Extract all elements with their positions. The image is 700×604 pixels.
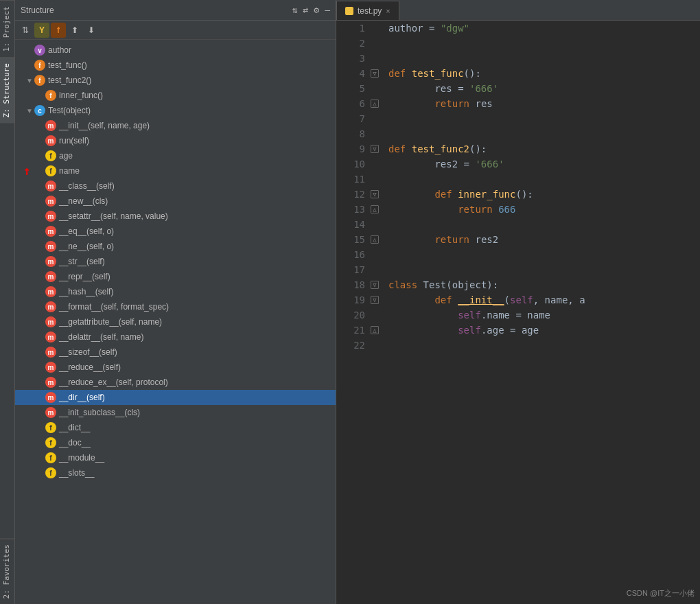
editor-content[interactable]: 1 2 3 4 5 6 7 8 9 10 11 12 13 14 15 16 1… <box>336 21 700 604</box>
down-button[interactable]: ⬇ <box>84 23 99 38</box>
fold-icon-15[interactable]: △ <box>371 235 379 244</box>
tree-arrow <box>37 318 45 326</box>
gear-icon[interactable]: ⚙ <box>314 5 319 15</box>
code-line-8 <box>388 126 700 141</box>
tree-item-sizeof[interactable]: m __sizeof__(self) <box>15 345 336 360</box>
tree-item-str[interactable]: m __str__(self) <box>15 254 336 269</box>
tree-arrow <box>37 137 45 145</box>
structure-tree[interactable]: v author f test_func() ▼ f test_func2() … <box>15 40 336 604</box>
kw-def-12: def <box>434 187 458 202</box>
tree-item-author[interactable]: v author <box>15 43 336 58</box>
tree-item-module[interactable]: f __module__ <box>15 450 336 465</box>
editor-panel: test.py × 1 2 3 4 5 6 7 8 9 10 11 12 13 … <box>336 0 700 604</box>
filter-button[interactable]: Y <box>34 23 49 38</box>
fold-icon-9[interactable]: ▽ <box>371 145 379 153</box>
gutter-21[interactable]: △ <box>371 323 383 338</box>
fold-icon-13[interactable]: △ <box>371 205 379 213</box>
gutter-13[interactable]: △ <box>371 202 383 217</box>
tree-item-ne[interactable]: m __ne__(self, o) <box>15 239 336 254</box>
tree-item-new[interactable]: m __new__(cls) <box>15 194 336 209</box>
gutter-12[interactable]: ▽ <box>371 187 383 202</box>
fold-icon-6[interactable]: △ <box>371 100 379 108</box>
fold-icon-4[interactable]: ▽ <box>371 69 379 78</box>
tree-item-age[interactable]: f age <box>15 148 336 163</box>
tree-item-dict[interactable]: f __dict__ <box>15 420 336 435</box>
sort-icon[interactable]: ⇅ <box>292 5 298 15</box>
tree-item-name[interactable]: f name <box>15 163 336 178</box>
sidebar-tab-favorites[interactable]: 2: Favorites <box>0 538 14 604</box>
tree-arrow <box>37 349 45 356</box>
tree-item-doc[interactable]: f __doc__ <box>15 435 336 450</box>
tree-item-test-func2[interactable]: ▼ f test_func2() <box>15 73 336 88</box>
line-num-10: 10 <box>336 156 371 172</box>
tree-item-getattribute[interactable]: m __getattribute__(self, name) <box>15 314 336 329</box>
tree-item-reduce[interactable]: m __reduce__(self) <box>15 360 336 375</box>
tree-icon-fi: f <box>45 422 56 433</box>
gutter-18[interactable]: ▽ <box>371 277 383 292</box>
tree-item-reduce-ex[interactable]: m __reduce_ex__(self, protocol) <box>15 375 336 390</box>
func-filter-button[interactable]: f <box>51 23 66 38</box>
minimize-icon[interactable]: — <box>325 5 330 15</box>
fold-icon-19[interactable]: ▽ <box>371 296 379 304</box>
kw-return-6: return <box>434 96 475 111</box>
tree-item-class[interactable]: m __class__(self) <box>15 178 336 194</box>
sidebar-tab-project[interactable]: 1: Project <box>0 0 14 57</box>
gutter-6[interactable]: △ <box>371 96 383 111</box>
tab-close-button[interactable]: × <box>386 7 390 15</box>
tree-icon-f: f <box>34 60 45 71</box>
tree-item-inner-func[interactable]: f inner_func() <box>15 88 336 103</box>
tree-item-setattr[interactable]: m __setattr__(self, name, value) <box>15 209 336 224</box>
gutter-19[interactable]: ▽ <box>371 292 383 307</box>
tree-label: __delattr__(self, name) <box>59 332 143 342</box>
line-num-11: 11 <box>336 172 371 187</box>
gutter-11 <box>371 172 383 187</box>
up-button[interactable]: ⬆ <box>67 23 82 38</box>
code-area[interactable]: author = "dgw" def test_func (): res = <box>383 21 700 604</box>
tree-item-repr[interactable]: m __repr__(self) <box>15 269 336 284</box>
side-tabs: 1: Project Z: Structure 2: Favorites <box>0 0 15 604</box>
line-num-13: 13 <box>336 202 371 217</box>
tree-label: inner_func() <box>59 91 103 100</box>
tree-item-eq[interactable]: m __eq__(self, o) <box>15 224 336 239</box>
tree-icon-m: m <box>45 256 56 267</box>
gutter-9[interactable]: ▽ <box>371 141 383 156</box>
tree-item-init[interactable]: m __init__(self, name, age) <box>15 118 336 133</box>
tree-item-init-subclass[interactable]: m __init_subclass__(cls) <box>15 405 336 420</box>
code-line-15: return res2 <box>388 232 700 247</box>
gutter-4[interactable]: ▽ <box>371 66 383 81</box>
gutter-10 <box>371 156 383 172</box>
code-line-12: def inner_func (): <box>388 187 700 202</box>
tree-item-slots[interactable]: f __slots__ <box>15 465 336 480</box>
code-line-21: self .age = age <box>388 323 700 338</box>
tree-item-dir[interactable]: m __dir__(self) <box>15 390 336 405</box>
editor-tab-testpy[interactable]: test.py × <box>336 1 399 20</box>
sort-az-button[interactable]: ⇅ <box>18 23 33 38</box>
tree-icon-m: m <box>45 286 56 297</box>
fold-icon-21[interactable]: △ <box>371 326 379 334</box>
tree-icon-m: m <box>45 332 56 342</box>
tree-label: Test(object) <box>48 106 91 115</box>
fold-icon-18[interactable]: ▽ <box>371 281 379 289</box>
tree-icon-m: m <box>45 196 56 207</box>
gutter-15[interactable]: △ <box>371 232 383 247</box>
tree-arrow <box>37 424 45 432</box>
tree-arrow <box>26 47 34 54</box>
tree-label: name <box>59 166 80 176</box>
line-num-12: 12 <box>336 187 371 202</box>
tree-arrow <box>37 122 45 130</box>
tree-item-format[interactable]: m __format__(self, format_spec) <box>15 299 336 314</box>
sidebar-tab-structure[interactable]: Z: Structure <box>0 57 14 123</box>
tab-filename: test.py <box>358 6 382 16</box>
tree-item-run[interactable]: m run(self) <box>15 133 336 148</box>
code-line-5: res = '666' <box>388 81 700 96</box>
tree-item-test-func[interactable]: f test_func() <box>15 58 336 73</box>
tree-item-hash[interactable]: m __hash__(self) <box>15 284 336 299</box>
tree-arrow <box>37 394 45 402</box>
line-num-17: 17 <box>336 262 371 277</box>
tree-label: __slots__ <box>59 468 94 478</box>
fold-icon-12[interactable]: ▽ <box>371 190 379 198</box>
kw-class-18: class <box>388 277 423 292</box>
tree-item-test-object[interactable]: ▼ c Test(object) <box>15 103 336 118</box>
tree-item-delattr[interactable]: m __delattr__(self, name) <box>15 329 336 345</box>
filter-icon[interactable]: ⇄ <box>303 5 309 15</box>
